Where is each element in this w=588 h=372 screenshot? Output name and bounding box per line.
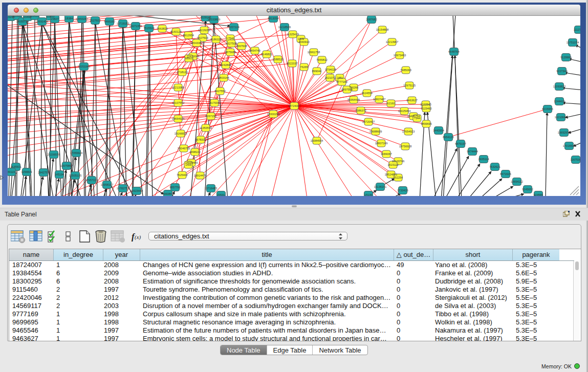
svg-text:145194: 145194: [55, 173, 64, 176]
svg-text:98901: 98901: [185, 57, 192, 60]
svg-text:20691406: 20691406: [36, 20, 48, 23]
svg-text:20206578: 20206578: [48, 153, 60, 156]
svg-text:19756928: 19756928: [399, 145, 411, 148]
svg-text:13226058: 13226058: [198, 29, 210, 32]
svg-text:12505135: 12505135: [69, 174, 81, 177]
svg-text:1409: 1409: [185, 163, 191, 166]
svg-text:7632621: 7632621: [489, 165, 500, 168]
svg-text:7955812: 7955812: [316, 58, 327, 61]
svg-text:17016504: 17016504: [563, 144, 575, 147]
svg-text:417004: 417004: [210, 101, 219, 104]
svg-text:62160: 62160: [387, 102, 395, 105]
svg-text:9115460: 9115460: [421, 107, 431, 110]
svg-text:8322037: 8322037: [287, 62, 297, 65]
svg-text:10973493: 10973493: [394, 54, 406, 57]
svg-text:8186328: 8186328: [210, 38, 221, 41]
svg-text:8912954: 8912954: [183, 34, 193, 37]
svg-text:8813054: 8813054: [268, 17, 278, 20]
svg-text:8267150: 8267150: [205, 115, 216, 118]
svg-text:8215955: 8215955: [542, 107, 553, 111]
svg-text:2451: 2451: [337, 76, 343, 79]
svg-text:1588520: 1588520: [272, 58, 283, 61]
svg-text:8678332: 8678332: [195, 138, 206, 141]
svg-text:7357224: 7357224: [228, 26, 239, 29]
svg-text:12975115: 12975115: [403, 84, 416, 87]
svg-text:9899695: 9899695: [421, 122, 431, 125]
svg-text:10654112: 10654112: [511, 180, 523, 183]
svg-text:9227342: 9227342: [556, 70, 567, 73]
svg-text:1635501: 1635501: [10, 165, 21, 168]
svg-text:15716485: 15716485: [205, 187, 217, 190]
svg-text:10025453: 10025453: [398, 110, 410, 113]
svg-text:6897568: 6897568: [341, 88, 352, 91]
svg-text:9084067: 9084067: [381, 152, 391, 156]
svg-text:18807249: 18807249: [375, 142, 387, 145]
svg-text:16033809: 16033809: [208, 18, 220, 21]
svg-text:16671355: 16671355: [129, 25, 142, 28]
svg-text:1022545: 1022545: [420, 103, 431, 106]
svg-text:1112753: 1112753: [574, 28, 580, 31]
svg-text:18384: 18384: [65, 17, 73, 20]
svg-text:12213967: 12213967: [386, 40, 398, 43]
svg-text:20496: 20496: [13, 16, 21, 17]
svg-text:16154808: 16154808: [376, 28, 388, 31]
svg-text:9857791: 9857791: [169, 186, 180, 189]
svg-text:20364436: 20364436: [347, 98, 360, 101]
svg-text:17359924: 17359924: [70, 151, 82, 155]
svg-text:7485063: 7485063: [400, 69, 411, 72]
svg-text:12923448: 12923448: [130, 189, 143, 192]
svg-text:10107552: 10107552: [172, 101, 184, 104]
svg-text:17546: 17546: [226, 37, 234, 40]
svg-text:19654925: 19654925: [172, 117, 184, 120]
svg-text:1615112: 1615112: [387, 163, 398, 166]
svg-text:924565: 924565: [534, 193, 543, 196]
svg-text:10453: 10453: [31, 16, 38, 17]
svg-text:15692971: 15692971: [558, 131, 570, 134]
svg-text:899044: 899044: [312, 70, 321, 73]
svg-text:9129966: 9129966: [560, 56, 571, 59]
svg-text:2935114: 2935114: [478, 158, 489, 161]
svg-text:1244419: 1244419: [554, 100, 564, 103]
svg-text:6466160: 6466160: [104, 20, 115, 23]
svg-text:3875685: 3875685: [225, 51, 235, 54]
svg-text:18300295: 18300295: [267, 113, 279, 116]
svg-text:7515524: 7515524: [143, 27, 154, 30]
svg-text:10719155: 10719155: [117, 22, 129, 25]
svg-text:9327508: 9327508: [226, 42, 236, 45]
svg-text:1167534: 1167534: [570, 158, 580, 161]
svg-text:2967608: 2967608: [236, 45, 247, 48]
svg-text:15136141: 15136141: [374, 185, 386, 188]
svg-text:8471626: 8471626: [500, 172, 511, 176]
svg-text:17654923: 17654923: [402, 130, 415, 133]
svg-text:2942757: 2942757: [38, 171, 49, 174]
svg-text:11353594: 11353594: [200, 126, 212, 129]
svg-text:19384554: 19384554: [311, 139, 323, 142]
svg-text:2718120: 2718120: [177, 71, 187, 74]
svg-text:6879197: 6879197: [455, 142, 466, 145]
svg-text:20495: 20495: [24, 16, 31, 18]
svg-text:10958107: 10958107: [101, 183, 113, 186]
svg-text:16782759: 16782759: [117, 187, 129, 190]
svg-text:17957223: 17957223: [85, 179, 98, 182]
svg-text:2803144: 2803144: [218, 76, 229, 79]
svg-text:19218506: 19218506: [278, 26, 291, 29]
svg-text:18724007: 18724007: [288, 104, 300, 107]
svg-text:15720407: 15720407: [362, 120, 375, 123]
svg-text:6648764: 6648764: [448, 50, 459, 53]
svg-text:10961758: 10961758: [308, 51, 320, 54]
svg-text:76265: 76265: [300, 65, 308, 69]
svg-text:16210643: 16210643: [555, 116, 567, 119]
svg-text:8454749: 8454749: [249, 49, 260, 52]
svg-text:8427552: 8427552: [214, 90, 225, 93]
svg-text:7344: 7344: [414, 117, 420, 120]
svg-text:9245652: 9245652: [522, 188, 533, 191]
svg-text:(x): (x): [135, 234, 141, 240]
svg-text:1621072: 1621072: [324, 76, 335, 79]
svg-text:10688609: 10688609: [369, 130, 382, 133]
svg-text:8954126: 8954126: [443, 136, 453, 139]
svg-text:9327503: 9327503: [197, 36, 208, 39]
svg-text:10807487: 10807487: [373, 98, 385, 101]
svg-text:7663822: 7663822: [157, 27, 167, 30]
svg-text:12093822: 12093822: [553, 85, 565, 88]
svg-text:2087682: 2087682: [366, 18, 377, 21]
